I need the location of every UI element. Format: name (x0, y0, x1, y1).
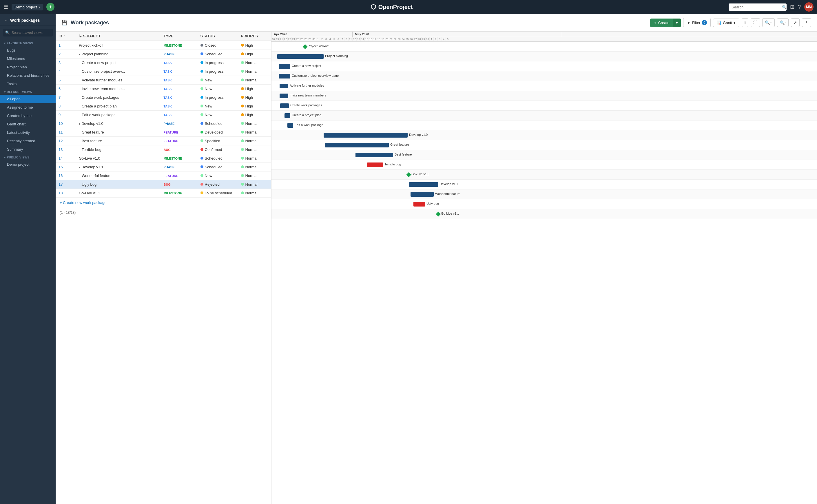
cell-id[interactable]: 9 (56, 111, 76, 119)
sidebar-item-created-by-me[interactable]: Created by me (0, 112, 56, 120)
zoom-out-button[interactable]: 🔍- (777, 18, 789, 27)
table-row[interactable]: 6Invite new team membe...TASKNewHigh (56, 85, 271, 93)
fullscreen-button[interactable]: ⛶ (751, 18, 760, 27)
gantt-bar[interactable] (355, 153, 393, 157)
cell-id[interactable]: 17 (56, 180, 76, 189)
table-row[interactable]: 7Create work packagesTASKIn progressHigh (56, 93, 271, 102)
sidebar-item-milestones[interactable]: Milestones (0, 54, 56, 63)
table-row[interactable]: 12Best featureFEATURESpecifiedNormal (56, 137, 271, 145)
table-row[interactable]: 14Go-Live v1.0MILESTONEScheduledNormal (56, 154, 271, 163)
global-search-box[interactable]: 🔍 (729, 3, 787, 11)
column-header-status[interactable]: STATUS (198, 32, 238, 41)
cell-id[interactable]: 18 (56, 189, 76, 198)
column-header-type[interactable]: TYPE (161, 32, 197, 41)
collapse-icon-2[interactable]: ▾ (4, 90, 6, 94)
grid-icon[interactable]: ⊞ (790, 4, 794, 10)
gantt-button[interactable]: 📊 Gantt ▾ (713, 19, 739, 27)
column-header-subject[interactable]: ↳ SUBJECT (76, 32, 161, 41)
info-button[interactable]: ℹ (742, 18, 748, 27)
table-row[interactable]: 15▾Develop v1.1PHASEScheduledNormal (56, 163, 271, 171)
collapse-icon-3[interactable]: ▾ (4, 156, 6, 159)
sidebar-item-latest-activity[interactable]: Latest activity (0, 128, 56, 137)
gantt-bar[interactable] (367, 162, 383, 167)
cell-id[interactable]: 12 (56, 137, 76, 145)
cell-id[interactable]: 14 (56, 154, 76, 163)
sidebar-item-summary[interactable]: Summary (0, 145, 56, 154)
table-row[interactable]: 17Ugly bugBUGRejectedNormal (56, 180, 271, 189)
sidebar-item-assigned-to-me[interactable]: Assigned to me (0, 103, 56, 112)
gantt-milestone[interactable] (406, 172, 411, 177)
cell-id[interactable]: 7 (56, 93, 76, 102)
gantt-bar[interactable] (279, 74, 290, 78)
sidebar-item-gantt-chart[interactable]: Gantt chart (0, 120, 56, 128)
gantt-milestone[interactable] (303, 44, 308, 49)
cell-id[interactable]: 3 (56, 59, 76, 67)
table-row[interactable]: 1Project kick-offMILESTONEClosedHigh (56, 41, 271, 50)
table-row[interactable]: 18Go-Live v1.1MILESTONETo be scheduledNo… (56, 189, 271, 198)
table-row[interactable]: 16Wonderful featureFEATURENewNormal (56, 171, 271, 180)
gantt-milestone[interactable] (436, 212, 441, 217)
table-row[interactable]: 5Activate further modulesTASKNewNormal (56, 76, 271, 85)
project-selector[interactable]: Demo project ▾ (12, 4, 43, 10)
collapse-icon[interactable]: ▾ (4, 42, 6, 45)
cell-id[interactable]: 13 (56, 145, 76, 154)
hamburger-icon[interactable]: ☰ (3, 4, 8, 10)
gantt-bar[interactable] (413, 202, 425, 207)
cell-id[interactable]: 2 (56, 50, 76, 59)
create-button[interactable]: + Create ▾ (650, 19, 681, 27)
cell-id[interactable]: 5 (56, 76, 76, 85)
table-row[interactable]: 4Customize project overv...TASKIn progre… (56, 67, 271, 76)
sidebar-back-button[interactable]: ← Work packages (0, 14, 56, 26)
table-row[interactable]: 3Create a new projectTASKIn progressNorm… (56, 59, 271, 67)
sidebar-item-recently-created[interactable]: Recently created (0, 137, 56, 145)
gantt-bar[interactable] (280, 84, 288, 88)
create-dropdown-arrow[interactable]: ▾ (673, 19, 681, 27)
gantt-bar[interactable] (280, 94, 288, 98)
expand-button[interactable]: ⤢ (791, 18, 800, 27)
cell-id[interactable]: 11 (56, 128, 76, 137)
help-icon[interactable]: ? (798, 4, 801, 10)
table-row[interactable]: 13Terrible bugBUGConfirmedNormal (56, 145, 271, 154)
menu-button[interactable]: ⋮ (802, 18, 811, 27)
gantt-bar[interactable] (279, 64, 290, 69)
table-row[interactable]: 9Edit a work packageTASKNewHigh (56, 111, 271, 119)
cell-id[interactable]: 16 (56, 171, 76, 180)
table-row[interactable]: 10▾Develop v1.0PHASEScheduledNormal (56, 119, 271, 128)
sidebar-search-input[interactable] (12, 31, 50, 35)
cell-id[interactable]: 8 (56, 102, 76, 111)
gantt-bar[interactable] (325, 143, 389, 147)
gantt-bar[interactable] (280, 103, 289, 108)
zoom-in-button[interactable]: 🔍+ (762, 18, 775, 27)
create-new-work-package-link[interactable]: + Create new work package (56, 198, 271, 208)
cell-id[interactable]: 15 (56, 163, 76, 171)
sidebar-item-all-open[interactable]: All open (0, 95, 56, 103)
gantt-bar[interactable] (411, 192, 434, 197)
cell-id[interactable]: 4 (56, 67, 76, 76)
sidebar-item-relations[interactable]: Relations and hierarchies (0, 71, 56, 80)
column-header-priority[interactable]: PRIORITY (238, 32, 271, 41)
expand-icon[interactable]: ▾ (79, 53, 80, 56)
cell-id[interactable]: 1 (56, 41, 76, 50)
cell-id[interactable]: 6 (56, 85, 76, 93)
sidebar-item-tasks[interactable]: Tasks (0, 80, 56, 88)
gantt-bar[interactable] (324, 133, 408, 138)
sidebar-search-container[interactable]: 🔍 (3, 29, 53, 36)
table-row[interactable]: 2▾Project planningPHASEScheduledHigh (56, 50, 271, 59)
cell-id[interactable]: 10 (56, 119, 76, 128)
search-input[interactable] (732, 5, 780, 9)
column-header-id[interactable]: ID ↑ (56, 32, 76, 41)
gantt-bar[interactable] (285, 113, 290, 118)
filter-button[interactable]: ▼ Filter 0 (683, 18, 711, 27)
table-row[interactable]: 11Great featureFEATUREDevelopedNormal (56, 128, 271, 137)
expand-icon[interactable]: ▾ (79, 166, 80, 169)
expand-icon[interactable]: ▾ (79, 122, 80, 125)
table-row[interactable]: 8Create a project planTASKNewHigh (56, 102, 271, 111)
sidebar-item-demo-project[interactable]: Demo project (0, 160, 56, 169)
sidebar-item-project-plan[interactable]: Project plan (0, 63, 56, 71)
sidebar-item-bugs[interactable]: Bugs (0, 46, 56, 54)
gantt-bar[interactable] (409, 182, 438, 187)
gantt-bar[interactable] (277, 54, 324, 59)
add-button[interactable]: + (46, 3, 54, 11)
gantt-bar[interactable] (287, 123, 293, 128)
avatar[interactable]: MM (804, 2, 814, 12)
